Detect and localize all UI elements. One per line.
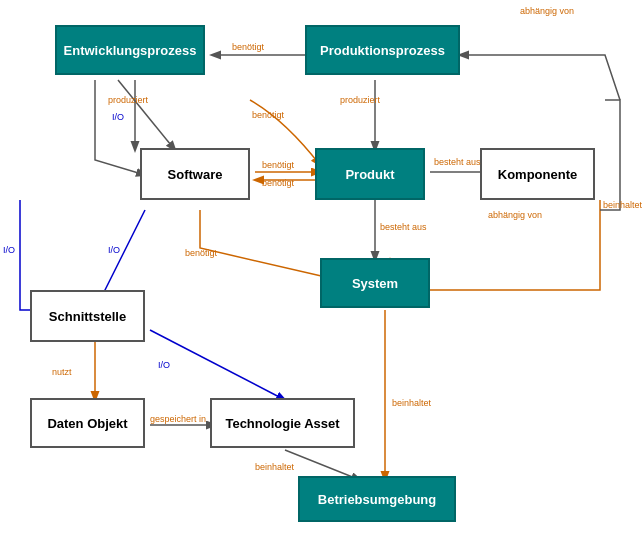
node-betriebsumgebung: Betriebsumgebung (298, 476, 456, 522)
node-produktionsprozess: Produktionsprozess (305, 25, 460, 75)
label-io-4: I/O (158, 360, 170, 370)
label-benoetigt-5: benötigt (185, 248, 217, 258)
label-abhaengig-von-1: abhängig von (520, 6, 574, 16)
label-beinhaltet-3: beinhaltet (255, 462, 294, 472)
label-io-3: I/O (3, 245, 15, 255)
node-komponente: Komponente (480, 148, 595, 200)
label-besteht-aus-1: besteht aus (434, 157, 481, 167)
label-gespeichert-in: gespeichert in (150, 414, 206, 424)
node-schnittstelle: Schnittstelle (30, 290, 145, 342)
node-system: System (320, 258, 430, 308)
node-software: Software (140, 148, 250, 200)
label-produziert-2: produziert (340, 95, 380, 105)
label-abhaengig-von-2: abhängig von (488, 210, 542, 220)
label-nutzt: nutzt (52, 367, 72, 377)
diagram: Entwicklungsprozess Produktionsprozess S… (0, 0, 642, 536)
label-produziert-1: produziert (108, 95, 148, 105)
node-daten-objekt: Daten Objekt (30, 398, 145, 448)
label-benoetigt-4: benötigt (262, 178, 294, 188)
node-produkt: Produkt (315, 148, 425, 200)
label-io-1: I/O (112, 112, 124, 122)
label-benoetigt-3: benötigt (262, 160, 294, 170)
label-benoetigt-2: benötigt (252, 110, 284, 120)
label-io-2: I/O (108, 245, 120, 255)
node-technologie-asset: Technologie Asset (210, 398, 355, 448)
node-entwicklungsprozess: Entwicklungsprozess (55, 25, 205, 75)
label-benoetigt-1: benötigt (232, 42, 264, 52)
label-beinhaltet-2: beinhaltet (392, 398, 431, 408)
label-besteht-aus-2: besteht aus (380, 222, 427, 232)
label-beinhaltet-1: beinhaltet (603, 200, 642, 210)
